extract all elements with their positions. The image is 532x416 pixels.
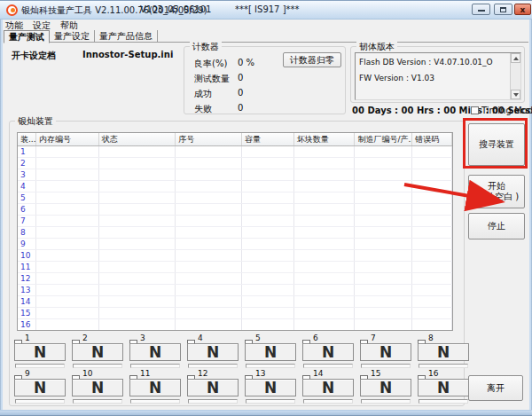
table-row[interactable]: 4 [18, 181, 452, 192]
slot-status-box[interactable]: N [14, 379, 66, 396]
slot-number: 4 [198, 334, 203, 342]
table-cell [294, 169, 356, 180]
config-file-value: Innostor-Setup.ini [82, 50, 173, 59]
device-slot-12: 12N [187, 369, 242, 404]
firmware-version-box: Flash DB Version : V4.07.10.01_O FW Vers… [355, 52, 521, 100]
table-row[interactable]: 13 [18, 285, 452, 296]
device-slot-1: 1N [14, 334, 69, 369]
device-slot-7: 7N [360, 334, 415, 369]
table-cell [242, 319, 294, 330]
table-row[interactable]: 8 [18, 227, 452, 239]
table-cell [99, 319, 176, 330]
table-cell [36, 239, 99, 249]
slot-progress-bar [419, 399, 468, 404]
slot-number: 1 [25, 334, 30, 342]
table-row[interactable]: 1 [18, 146, 452, 158]
slot-number: 11 [140, 369, 150, 378]
table-row[interactable]: 10 [18, 250, 452, 262]
slot-progress-bar [419, 364, 468, 368]
table-row[interactable]: 5 [18, 192, 452, 204]
table-cell [99, 273, 176, 284]
table-cell [412, 146, 452, 157]
slot-status-box[interactable]: N [72, 343, 123, 361]
table-cell [36, 216, 99, 226]
slot-progress-bar [130, 399, 180, 404]
device-slot-10: 10N [72, 369, 127, 404]
table-row[interactable]: 2 [18, 158, 452, 169]
slot-status-box[interactable]: N [245, 343, 296, 361]
slot-status-box[interactable]: N [418, 343, 469, 361]
table-row[interactable]: 3 [18, 169, 452, 181]
table-row[interactable]: 16 [18, 319, 452, 331]
devices-group-title: 银灿装置 [15, 115, 56, 128]
table-cell [99, 285, 176, 295]
slot-status-box[interactable]: N [360, 379, 411, 396]
column-header-4[interactable]: 序号 [176, 133, 242, 145]
row-number: 8 [18, 227, 36, 238]
slot-progress-bar [246, 364, 295, 368]
slot-status-box[interactable]: N [360, 343, 411, 361]
slot-number: 5 [255, 334, 261, 342]
column-header-8[interactable]: 错误码 [412, 133, 452, 145]
stop-button[interactable]: 停止 [468, 213, 525, 239]
table-row[interactable]: 9 [18, 239, 452, 250]
row-number: 13 [18, 285, 36, 295]
table-cell [294, 146, 356, 157]
devices-table: 装...内存编号状态序号容量坏块数量制造厂编号/产...错误码 12345678… [17, 132, 453, 331]
firmware-scrollbar[interactable] [510, 53, 520, 99]
slot-status-box[interactable]: N [302, 379, 354, 396]
table-cell [176, 296, 242, 307]
table-cell [242, 204, 294, 215]
table-cell [412, 262, 452, 272]
table-cell [242, 239, 294, 249]
exit-button[interactable]: 离开 [468, 375, 523, 401]
column-header-5[interactable]: 容量 [242, 133, 294, 145]
slot-status-box[interactable]: N [129, 343, 181, 361]
slot-status-box[interactable]: N [418, 379, 469, 396]
table-row[interactable]: 7 [18, 216, 452, 227]
table-row[interactable]: 14 [18, 296, 452, 308]
row-number: 5 [18, 192, 36, 203]
column-header-6[interactable]: 坏块数量 [294, 133, 356, 145]
table-row[interactable]: 15 [18, 308, 452, 319]
tab-2[interactable]: 量产设定 [50, 30, 95, 42]
counter-reset-button[interactable]: 计数器归零 [283, 52, 341, 67]
table-cell [294, 239, 356, 249]
scroll-down-icon[interactable] [511, 90, 520, 99]
slot-status-box[interactable]: N [302, 343, 354, 361]
slot-status-box[interactable]: N [14, 343, 66, 361]
tab-3[interactable]: 量产产品信息 [95, 30, 158, 42]
close-icon: x [515, 4, 530, 15]
maximize-button[interactable] [494, 4, 512, 15]
column-header-2[interactable]: 内存编号 [36, 133, 99, 145]
slot-status-box[interactable]: N [245, 379, 296, 396]
slot-status-box[interactable]: N [187, 343, 239, 361]
table-cell [355, 285, 412, 295]
column-header-7[interactable]: 制造厂编号/产... [355, 133, 412, 145]
table-cell [242, 273, 294, 284]
window-title-version: V103_05_06101 [140, 4, 211, 14]
table-cell [242, 181, 294, 192]
column-header-3[interactable]: 状态 [99, 133, 176, 145]
minimize-button[interactable] [472, 4, 490, 15]
table-row[interactable]: 12 [18, 273, 452, 285]
timing-mode-checkbox[interactable]: Timing Mode [471, 106, 532, 115]
table-cell [99, 216, 176, 226]
table-cell [412, 250, 452, 261]
device-slot-14: 14N [302, 369, 357, 404]
checkbox-icon [471, 106, 479, 114]
tab-1[interactable]: 量产测试 [4, 30, 50, 43]
slot-status-box[interactable]: N [187, 379, 239, 396]
slot-status-box[interactable]: N [129, 379, 181, 396]
close-button[interactable]: x [514, 4, 531, 15]
slot-progress-bar [130, 364, 180, 368]
column-header-1[interactable]: 装... [18, 133, 36, 145]
table-cell [242, 216, 294, 226]
row-number: 2 [18, 158, 36, 169]
slot-status-box[interactable]: N [72, 379, 123, 396]
table-cell [176, 146, 242, 157]
table-row[interactable]: 6 [18, 204, 452, 216]
table-row[interactable]: 11 [18, 262, 452, 273]
scroll-up-icon[interactable] [511, 53, 520, 63]
fw-version: FW Version : V1.03 [359, 74, 434, 82]
